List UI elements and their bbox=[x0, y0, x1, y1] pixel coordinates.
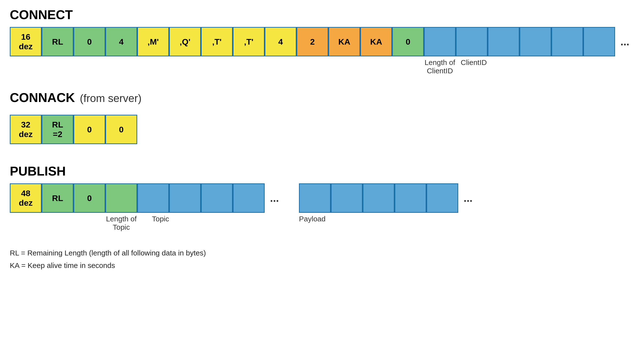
label-payload: Payload bbox=[299, 215, 326, 223]
packet-cell bbox=[233, 183, 265, 213]
connect-section: CONNECT 16 dezRL04‚M'‚Q'‚T'‚T'42KAKA0...… bbox=[10, 7, 634, 76]
packet-cell bbox=[426, 183, 458, 213]
connect-packet-row-wrapper: 16 dezRL04‚M'‚Q'‚T'‚T'42KAKA0... Length … bbox=[10, 27, 634, 76]
connack-packet-row: 32 dezRL =200 bbox=[10, 115, 634, 144]
packet-cell: RL bbox=[42, 27, 74, 56]
packet-cell bbox=[583, 27, 615, 56]
packet-cell: 0 bbox=[105, 115, 137, 144]
packet-cell bbox=[201, 183, 233, 213]
publish-packet-row: 48 dezRL0...... bbox=[10, 183, 634, 213]
packet-cell: 0 bbox=[74, 115, 105, 144]
packet-cell bbox=[456, 27, 488, 56]
connack-title: CONNACK bbox=[10, 90, 75, 105]
ellipsis: ... bbox=[458, 183, 478, 213]
packet-cell: ‚M' bbox=[137, 27, 169, 56]
connect-labels: Length of ClientIDClientID bbox=[10, 58, 634, 76]
packet-cell: ‚Q' bbox=[169, 27, 201, 56]
packet-cell: 32 dez bbox=[10, 115, 42, 144]
ellipsis: ... bbox=[615, 27, 635, 56]
connack-subtitle: (from server) bbox=[80, 92, 142, 104]
ellipsis: ... bbox=[265, 183, 284, 213]
packet-cell bbox=[169, 183, 201, 213]
packet-cell: ‚T' bbox=[233, 27, 265, 56]
packet-cell: 16 dez bbox=[10, 27, 42, 56]
publish-title: PUBLISH bbox=[10, 164, 634, 178]
packet-cell: 0 bbox=[74, 183, 105, 213]
label-topic: Topic bbox=[152, 215, 169, 223]
packet-cell: 4 bbox=[265, 27, 296, 56]
label-clientid-length: Length of ClientID bbox=[424, 58, 456, 75]
packet-cell bbox=[394, 183, 426, 213]
connect-title: CONNECT bbox=[10, 7, 634, 22]
packet-cell bbox=[299, 183, 331, 213]
packet-cell bbox=[520, 27, 551, 56]
packet-cell: KA bbox=[360, 27, 392, 56]
connect-packet-row: 16 dezRL04‚M'‚Q'‚T'‚T'42KAKA0... bbox=[10, 27, 634, 56]
packet-cell: 4 bbox=[105, 27, 137, 56]
publish-labels: Length of TopicTopicPayload bbox=[10, 215, 634, 232]
packet-cell: 0 bbox=[392, 27, 424, 56]
label-clientid: ClientID bbox=[461, 58, 487, 67]
legend-line2: KA = Keep alive time in seconds bbox=[10, 259, 634, 272]
packet-cell bbox=[363, 183, 394, 213]
packet-cell: RL =2 bbox=[42, 115, 74, 144]
packet-cell: ‚T' bbox=[201, 27, 233, 56]
label-length-of-topic: Length of Topic bbox=[105, 215, 137, 231]
packet-cell: 0 bbox=[74, 27, 105, 56]
packet-cell: KA bbox=[328, 27, 360, 56]
legend-section: RL = Remaining Length (length of all fol… bbox=[10, 247, 634, 272]
packet-cell bbox=[331, 183, 363, 213]
legend-line1: RL = Remaining Length (length of all fol… bbox=[10, 247, 634, 259]
packet-cell: 2 bbox=[296, 27, 328, 56]
publish-section: PUBLISH 48 dezRL0...... Length of TopicT… bbox=[10, 164, 634, 232]
packet-cell bbox=[424, 27, 456, 56]
packet-cell bbox=[137, 183, 169, 213]
packet-cell bbox=[488, 27, 520, 56]
packet-cell: RL bbox=[42, 183, 74, 213]
connack-section: CONNACK (from server) 32 dezRL =200 bbox=[10, 90, 634, 144]
packet-cell bbox=[105, 183, 137, 213]
packet-cell: 48 dez bbox=[10, 183, 42, 213]
publish-packet-row-wrapper: 48 dezRL0...... Length of TopicTopicPayl… bbox=[10, 183, 634, 232]
packet-cell bbox=[551, 27, 583, 56]
